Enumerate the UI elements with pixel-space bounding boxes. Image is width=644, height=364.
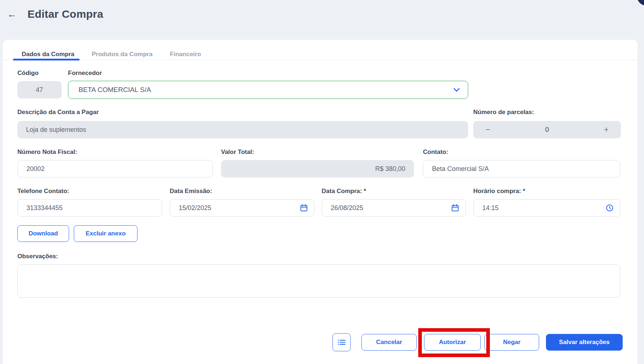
telefone-field[interactable] <box>17 199 162 217</box>
codigo-label: Código <box>17 70 39 77</box>
fornecedor-value: BETA COMERCIAL S/A <box>79 86 151 94</box>
valor-total-field <box>221 160 414 177</box>
valor-total-label: Valor Total: <box>221 148 254 156</box>
data-compra-field-wrap <box>322 199 466 217</box>
parcelas-value: 0 <box>545 126 549 134</box>
contato-field[interactable] <box>423 160 620 177</box>
descricao-label: Descrição da Conta a Pagar <box>17 109 99 116</box>
data-emissao-field-wrap <box>170 199 314 217</box>
chevron-down-icon <box>453 88 460 92</box>
corner-avatar[interactable] <box>637 0 644 6</box>
tab-divider <box>3 60 637 60</box>
back-arrow-icon[interactable]: ← <box>7 9 17 19</box>
codigo-field <box>17 81 62 99</box>
tab-produtos-da-compra[interactable]: Produtos da Compra <box>83 48 161 64</box>
nota-fiscal-label: Número Nota Fiscal: <box>17 148 77 156</box>
page-header: ← Editar Compra <box>7 8 103 20</box>
edit-purchase-card: Dados da Compra Produtos da Compra Finan… <box>3 40 637 364</box>
observacoes-textarea[interactable] <box>17 264 620 298</box>
salvar-alteracoes-button[interactable]: Salvar alterações <box>546 334 623 351</box>
active-tab-underline <box>13 59 80 60</box>
list-icon <box>338 339 346 346</box>
contato-label: Contato: <box>423 148 448 156</box>
autorizar-button[interactable]: Autorizar <box>424 334 481 351</box>
data-emissao-field[interactable] <box>170 199 314 217</box>
tab-dados-da-compra[interactable]: Dados da Compra <box>13 48 83 64</box>
horario-compra-field-wrap <box>473 199 620 217</box>
data-compra-label: Data Compra: * <box>322 188 366 195</box>
observacoes-label: Observações: <box>17 253 58 260</box>
horario-compra-field[interactable] <box>473 199 620 217</box>
telefone-label: Telefone Contato: <box>17 188 69 195</box>
parcelas-label: Número de parcelas: <box>473 109 534 116</box>
parcelas-decrement-button[interactable]: − <box>486 125 490 134</box>
fornecedor-label: Fornecedor <box>68 70 102 77</box>
data-emissao-label: Data Emissão: <box>170 188 212 195</box>
horario-compra-label: Horário compra: * <box>473 188 525 195</box>
cancelar-button[interactable]: Cancelar <box>361 334 417 351</box>
nota-fiscal-field[interactable] <box>17 160 213 177</box>
page-title: Editar Compra <box>27 8 103 20</box>
fornecedor-select[interactable]: BETA COMERCIAL S/A <box>68 81 468 99</box>
tab-financeiro[interactable]: Financeiro <box>161 48 210 64</box>
data-compra-field[interactable] <box>322 199 466 217</box>
parcelas-stepper: − 0 + <box>473 121 621 138</box>
excluir-anexo-button[interactable]: Excluir anexo <box>74 225 137 242</box>
parcelas-increment-button[interactable]: + <box>604 125 609 134</box>
negar-button[interactable]: Negar <box>484 334 539 351</box>
tab-bar: Dados da Compra Produtos da Compra Finan… <box>13 48 210 64</box>
download-button[interactable]: Download <box>17 225 69 242</box>
descricao-field <box>17 121 468 138</box>
list-button[interactable] <box>332 333 351 351</box>
